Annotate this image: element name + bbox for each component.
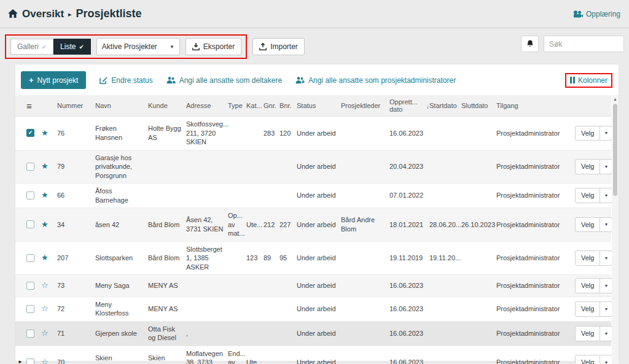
- velg-button[interactable]: Velg ▼: [575, 278, 612, 293]
- cell-status: Under arbeid: [295, 326, 340, 341]
- velg-button-label: Velg: [576, 251, 600, 265]
- columns-button[interactable]: Kolonner: [565, 73, 612, 88]
- velg-caret-icon[interactable]: ▼: [600, 160, 612, 174]
- star-icon[interactable]: ★: [41, 253, 49, 262]
- cell-adresse: Slottsberget 1, 1385 ASKER: [185, 242, 227, 275]
- list-view-button[interactable]: Liste ✔: [53, 39, 91, 55]
- star-icon[interactable]: ☆: [41, 357, 49, 364]
- menu-icon[interactable]: ≡: [25, 98, 40, 114]
- star-icon[interactable]: ★: [41, 190, 49, 199]
- cell-adresse: Moflatvegen 38, 3733 Skien: [185, 346, 227, 364]
- row-checkbox[interactable]: [26, 163, 34, 171]
- table-row: ★ 207 Slottsparken Bård Blom Slottsberge…: [15, 242, 611, 276]
- expand-icon[interactable]: [15, 255, 25, 261]
- header-navn[interactable]: Navn: [94, 99, 147, 112]
- row-checkbox[interactable]: [26, 305, 34, 313]
- cell-navn: Garasje hos privatkunde, Porsgrunn: [94, 150, 147, 184]
- new-project-button[interactable]: + Nytt prosjekt: [21, 71, 86, 89]
- velg-button[interactable]: Velg ▼: [575, 326, 612, 341]
- star-icon[interactable]: ★: [41, 161, 49, 171]
- velg-caret-icon[interactable]: ▼: [600, 279, 612, 293]
- expand-icon[interactable]: [15, 282, 25, 288]
- velg-button[interactable]: Velg ▼: [575, 159, 612, 174]
- table-row: ★ 66 Åfoss Barnehage Under arbeid 07.01.…: [15, 184, 611, 208]
- header-adresse[interactable]: Adresse: [185, 99, 227, 112]
- star-icon[interactable]: ★: [41, 128, 49, 137]
- velg-caret-icon[interactable]: ▼: [600, 355, 612, 364]
- home-icon[interactable]: [8, 9, 18, 18]
- row-checkbox[interactable]: [26, 254, 34, 262]
- header-status[interactable]: Status: [295, 99, 340, 112]
- row-checkbox[interactable]: [26, 358, 34, 364]
- header-tilgang[interactable]: Tilgang: [495, 99, 574, 112]
- header-expand: [15, 103, 25, 108]
- header-sluttdato[interactable]: Sluttdato: [460, 99, 495, 112]
- velg-button[interactable]: Velg ▼: [575, 301, 612, 317]
- header-type[interactable]: Type: [227, 99, 245, 112]
- training-link[interactable]: Opplæring: [573, 10, 620, 18]
- import-button[interactable]: Importer: [252, 38, 305, 55]
- header-nummer[interactable]: Nummer: [56, 99, 94, 112]
- velg-button[interactable]: Velg ▼: [575, 188, 612, 203]
- change-status-link[interactable]: Endre status: [100, 76, 152, 85]
- project-filter-select[interactable]: Aktive Prosjekter ▼: [96, 38, 180, 55]
- star-icon[interactable]: ☆: [41, 281, 49, 290]
- row-checkbox[interactable]: [26, 330, 34, 338]
- breadcrumb-root[interactable]: Oversikt: [22, 8, 64, 20]
- velg-button[interactable]: Velg ▼: [575, 250, 612, 266]
- cell-kat: [245, 330, 262, 336]
- project-list-card: + Nytt prosjekt Endre status Angi alle a…: [15, 64, 619, 361]
- velg-caret-icon[interactable]: ▼: [600, 302, 612, 316]
- scrollbar-thumb[interactable]: [613, 104, 617, 196]
- velg-caret-icon[interactable]: ▼: [600, 327, 612, 341]
- expand-icon[interactable]: [15, 193, 25, 199]
- people-icon: [166, 77, 176, 83]
- export-button[interactable]: Eksporter: [186, 38, 241, 55]
- expand-icon[interactable]: [15, 222, 25, 228]
- cell-navn: Skien Fritidspark: [94, 350, 147, 364]
- set-participants-link[interactable]: Angi alle ansatte som deltakere: [166, 76, 282, 85]
- cell-adresse: Åsen 42, 3731 SKIEN: [185, 212, 227, 236]
- gallery-view-button[interactable]: Galleri ✔: [10, 39, 53, 55]
- vertical-scrollbar[interactable]: ▲: [612, 95, 619, 364]
- header-kunde[interactable]: Kunde: [147, 99, 185, 112]
- row-checkbox[interactable]: [26, 129, 34, 137]
- header-kat[interactable]: Kat...: [245, 99, 262, 112]
- row-checkbox[interactable]: [26, 282, 34, 290]
- row-checkbox[interactable]: [26, 192, 34, 199]
- header-startdato[interactable]: Startdato: [428, 99, 460, 112]
- star-icon[interactable]: ☆: [41, 328, 49, 338]
- header-bnr[interactable]: Bnr.: [278, 99, 295, 112]
- set-participants-label: Angi alle ansatte som deltakere: [179, 76, 282, 85]
- header-gnr[interactable]: Gnr.: [262, 99, 278, 112]
- notifications-button[interactable]: [521, 36, 539, 52]
- velg-button[interactable]: Velg ▼: [575, 217, 612, 233]
- row-checkbox[interactable]: [26, 220, 34, 228]
- star-icon[interactable]: ★: [41, 220, 49, 229]
- search-input[interactable]: [544, 36, 624, 52]
- scroll-up-icon[interactable]: ▲: [612, 95, 619, 103]
- velg-button[interactable]: Velg ▼: [575, 126, 612, 141]
- set-admins-link[interactable]: Angi alle ansatte som prosjektadministra…: [295, 76, 456, 85]
- page-title: Prosjektliste: [76, 7, 142, 20]
- cell-type: [227, 130, 245, 136]
- velg-button[interactable]: Velg ▼: [575, 355, 612, 364]
- header-opprettdato[interactable]: Opprett... dato ↓: [388, 96, 428, 115]
- expand-icon[interactable]: [15, 330, 25, 336]
- velg-caret-icon[interactable]: ▼: [600, 251, 612, 265]
- velg-caret-icon[interactable]: ▼: [600, 188, 612, 203]
- star-icon[interactable]: ☆: [41, 304, 49, 313]
- expand-icon[interactable]: [15, 306, 25, 312]
- velg-caret-icon[interactable]: ▼: [600, 126, 612, 141]
- check-icon: ✔: [42, 44, 47, 50]
- plus-icon: +: [29, 76, 34, 85]
- expand-icon[interactable]: ►: [15, 356, 25, 364]
- chevron-down-icon: ▼: [170, 44, 174, 50]
- table-row: ☆ 72 Meny Klosterfoss MENY AS Under arbe…: [15, 297, 611, 322]
- expand-icon[interactable]: [15, 163, 25, 169]
- velg-caret-icon[interactable]: ▼: [600, 218, 612, 232]
- list-label: Liste: [60, 42, 76, 51]
- header-prosjektleder[interactable]: Prosjektleder: [340, 99, 388, 112]
- expand-icon[interactable]: [15, 130, 25, 136]
- cell-gnr: [262, 163, 278, 169]
